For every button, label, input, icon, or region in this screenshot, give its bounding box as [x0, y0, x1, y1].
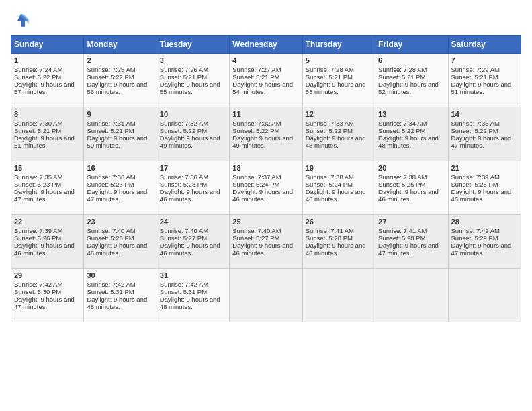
- day-number: 22: [14, 218, 81, 226]
- daylight-text: Daylight: 9 hours and 46 minutes.: [451, 188, 512, 203]
- daylight-text: Daylight: 9 hours and 48 minutes.: [306, 134, 366, 149]
- calendar-cell: 18Sunrise: 7:37 AMSunset: 5:24 PMDayligh…: [230, 161, 302, 215]
- sunset-text: Sunset: 5:24 PM: [306, 181, 353, 188]
- sunrise-text: Sunrise: 7:36 AM: [87, 173, 135, 181]
- calendar-cell: 10Sunrise: 7:32 AMSunset: 5:22 PMDayligh…: [157, 107, 229, 161]
- daylight-text: Daylight: 9 hours and 47 minutes.: [87, 188, 147, 203]
- day-number: 9: [87, 110, 153, 118]
- logo-icon: [11, 11, 30, 30]
- sunrise-text: Sunrise: 7:29 AM: [451, 66, 500, 73]
- sunset-text: Sunset: 5:28 PM: [378, 234, 425, 242]
- daylight-text: Daylight: 9 hours and 46 minutes.: [160, 242, 220, 257]
- sunset-text: Sunset: 5:27 PM: [160, 234, 207, 242]
- day-number: 11: [232, 110, 299, 118]
- logo: [11, 11, 32, 30]
- sunset-text: Sunset: 5:25 PM: [378, 181, 425, 188]
- daylight-text: Daylight: 9 hours and 46 minutes.: [87, 242, 147, 257]
- sunrise-text: Sunrise: 7:31 AM: [87, 120, 135, 127]
- daylight-text: Daylight: 9 hours and 47 minutes.: [451, 134, 512, 149]
- day-header-thursday: Thursday: [302, 36, 375, 54]
- calendar-cell: 11Sunrise: 7:32 AMSunset: 5:22 PMDayligh…: [230, 107, 302, 161]
- daylight-text: Daylight: 9 hours and 48 minutes.: [378, 134, 439, 149]
- calendar-cell: 20Sunrise: 7:38 AMSunset: 5:25 PMDayligh…: [375, 161, 448, 215]
- header-row: SundayMondayTuesdayWednesdayThursdayFrid…: [11, 36, 521, 54]
- sunrise-text: Sunrise: 7:38 AM: [306, 173, 354, 181]
- sunrise-text: Sunrise: 7:39 AM: [451, 173, 500, 181]
- calendar-cell: 17Sunrise: 7:36 AMSunset: 5:23 PMDayligh…: [157, 161, 229, 215]
- calendar-cell: 30Sunrise: 7:42 AMSunset: 5:31 PMDayligh…: [84, 269, 157, 322]
- calendar-cell: [230, 269, 302, 322]
- sunset-text: Sunset: 5:29 PM: [451, 234, 498, 242]
- day-header-saturday: Saturday: [448, 36, 521, 54]
- daylight-text: Daylight: 9 hours and 46 minutes.: [378, 188, 439, 203]
- sunrise-text: Sunrise: 7:35 AM: [14, 173, 62, 181]
- day-number: 10: [160, 110, 226, 118]
- sunset-text: Sunset: 5:26 PM: [87, 234, 134, 242]
- sunset-text: Sunset: 5:24 PM: [232, 181, 279, 188]
- daylight-text: Daylight: 9 hours and 48 minutes.: [87, 295, 147, 310]
- sunset-text: Sunset: 5:21 PM: [306, 73, 353, 81]
- sunrise-text: Sunrise: 7:25 AM: [87, 66, 135, 73]
- day-number: 14: [451, 110, 518, 118]
- sunrise-text: Sunrise: 7:41 AM: [306, 227, 354, 234]
- sunset-text: Sunset: 5:26 PM: [14, 234, 61, 242]
- sunrise-text: Sunrise: 7:39 AM: [14, 227, 62, 234]
- day-number: 15: [14, 164, 81, 172]
- day-number: 27: [378, 218, 445, 226]
- daylight-text: Daylight: 9 hours and 51 minutes.: [451, 81, 512, 95]
- daylight-text: Daylight: 9 hours and 46 minutes.: [160, 188, 220, 203]
- daylight-text: Daylight: 9 hours and 46 minutes.: [306, 188, 366, 203]
- daylight-text: Daylight: 9 hours and 49 minutes.: [160, 134, 220, 149]
- daylight-text: Daylight: 9 hours and 49 minutes.: [232, 134, 293, 149]
- daylight-text: Daylight: 9 hours and 53 minutes.: [306, 81, 366, 95]
- calendar-cell: 29Sunrise: 7:42 AMSunset: 5:30 PMDayligh…: [11, 269, 84, 322]
- page-header: [11, 11, 521, 30]
- daylight-text: Daylight: 9 hours and 50 minutes.: [87, 134, 147, 149]
- calendar-cell: 3Sunrise: 7:26 AMSunset: 5:21 PMDaylight…: [157, 54, 229, 107]
- calendar-cell: 27Sunrise: 7:41 AMSunset: 5:28 PMDayligh…: [375, 215, 448, 269]
- sunset-text: Sunset: 5:22 PM: [14, 73, 61, 81]
- daylight-text: Daylight: 9 hours and 56 minutes.: [87, 81, 147, 95]
- calendar-cell: 14Sunrise: 7:35 AMSunset: 5:22 PMDayligh…: [448, 107, 521, 161]
- sunrise-text: Sunrise: 7:40 AM: [87, 227, 135, 234]
- calendar-cell: 9Sunrise: 7:31 AMSunset: 5:21 PMDaylight…: [84, 107, 157, 161]
- sunrise-text: Sunrise: 7:42 AM: [14, 281, 62, 288]
- day-number: 8: [14, 110, 81, 118]
- calendar-cell: 13Sunrise: 7:34 AMSunset: 5:22 PMDayligh…: [375, 107, 448, 161]
- sunrise-text: Sunrise: 7:41 AM: [378, 227, 427, 234]
- daylight-text: Daylight: 9 hours and 47 minutes.: [451, 242, 512, 257]
- sunset-text: Sunset: 5:22 PM: [87, 73, 134, 81]
- calendar-cell: 1Sunrise: 7:24 AMSunset: 5:22 PMDaylight…: [11, 54, 84, 107]
- day-header-tuesday: Tuesday: [157, 36, 229, 54]
- calendar-cell: 21Sunrise: 7:39 AMSunset: 5:25 PMDayligh…: [448, 161, 521, 215]
- day-number: 25: [232, 218, 299, 226]
- calendar-cell: 19Sunrise: 7:38 AMSunset: 5:24 PMDayligh…: [302, 161, 375, 215]
- calendar-cell: 25Sunrise: 7:40 AMSunset: 5:27 PMDayligh…: [230, 215, 302, 269]
- sunrise-text: Sunrise: 7:26 AM: [160, 66, 208, 73]
- sunrise-text: Sunrise: 7:27 AM: [232, 66, 281, 73]
- day-number: 24: [160, 218, 226, 226]
- day-number: 30: [87, 271, 153, 279]
- sunrise-text: Sunrise: 7:35 AM: [451, 120, 500, 127]
- calendar-week-4: 22Sunrise: 7:39 AMSunset: 5:26 PMDayligh…: [11, 215, 521, 269]
- sunset-text: Sunset: 5:23 PM: [87, 181, 134, 188]
- calendar-cell: 12Sunrise: 7:33 AMSunset: 5:22 PMDayligh…: [302, 107, 375, 161]
- sunset-text: Sunset: 5:22 PM: [378, 127, 425, 134]
- calendar-cell: [302, 269, 375, 322]
- daylight-text: Daylight: 9 hours and 46 minutes.: [232, 188, 293, 203]
- day-number: 26: [306, 218, 372, 226]
- daylight-text: Daylight: 9 hours and 54 minutes.: [232, 81, 293, 95]
- day-number: 5: [306, 56, 372, 64]
- daylight-text: Daylight: 9 hours and 51 minutes.: [14, 134, 75, 149]
- daylight-text: Daylight: 9 hours and 46 minutes.: [306, 242, 366, 257]
- calendar-cell: 26Sunrise: 7:41 AMSunset: 5:28 PMDayligh…: [302, 215, 375, 269]
- sunset-text: Sunset: 5:23 PM: [14, 181, 61, 188]
- sunset-text: Sunset: 5:31 PM: [87, 288, 134, 295]
- sunrise-text: Sunrise: 7:30 AM: [14, 120, 62, 127]
- day-number: 13: [378, 110, 445, 118]
- sunset-text: Sunset: 5:21 PM: [378, 73, 425, 81]
- sunset-text: Sunset: 5:31 PM: [160, 288, 207, 295]
- calendar-cell: 31Sunrise: 7:42 AMSunset: 5:31 PMDayligh…: [157, 269, 229, 322]
- calendar-cell: 24Sunrise: 7:40 AMSunset: 5:27 PMDayligh…: [157, 215, 229, 269]
- sunrise-text: Sunrise: 7:38 AM: [378, 173, 427, 181]
